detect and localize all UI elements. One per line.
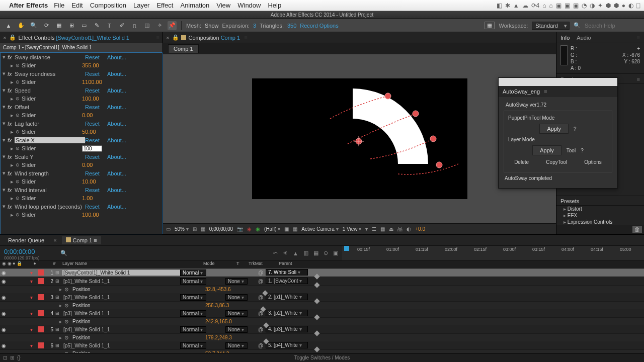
twirl-icon[interactable]: ▾ <box>30 327 36 332</box>
parent-dropdown[interactable]: 4. [p3]_White <box>266 326 308 332</box>
record-options-link[interactable]: Record Options <box>300 23 338 29</box>
layer-color-swatch[interactable] <box>38 269 44 276</box>
fast-preview-icon[interactable]: ▦ <box>380 226 385 232</box>
reset-link[interactable]: Reset <box>85 87 107 94</box>
hand-tool-icon[interactable]: ✋ <box>17 21 26 30</box>
trkmat-dropdown[interactable]: None <box>225 326 248 333</box>
shape-tool-icon[interactable]: ▭ <box>79 21 89 30</box>
effect-row[interactable]: ▾fx Offset Reset About... <box>1 103 162 111</box>
property-row[interactable]: ▸⊙ Position 179.2,249.3 <box>0 334 644 341</box>
zoom-tool-icon[interactable]: 🔍 <box>29 21 38 30</box>
pen-tool-icon[interactable]: ✎ <box>92 21 101 30</box>
effect-row[interactable]: ▾fx Wind loop period (seconds) Reset Abo… <box>1 202 162 211</box>
search-icon[interactable]: 🔍 <box>60 250 67 256</box>
region-icon[interactable]: ▣ <box>284 226 289 232</box>
tl-icon[interactable]: ⊙ <box>324 250 328 256</box>
current-time[interactable]: 0;00;00;00 <box>209 226 233 232</box>
twirl-icon[interactable]: ▾ <box>30 343 36 348</box>
close-icon[interactable]: × <box>53 237 56 243</box>
layer-row[interactable]: ◉ ▾ 5 ⊞ [p4]_White Solid 1_1 Normal None… <box>0 325 644 334</box>
slider-row[interactable]: ▸⊙ Slider 0.00 <box>1 161 162 169</box>
preset-item[interactable]: EFX <box>556 212 644 219</box>
twirl-icon[interactable]: ▾ <box>30 279 36 284</box>
mesh-show-toggle[interactable]: Show <box>205 23 219 29</box>
toggle-icon[interactable]: ⊡ <box>3 355 7 360</box>
layer-name[interactable]: [p3]_White Solid 1_1 <box>62 311 180 316</box>
about-link[interactable]: About... <box>107 71 126 77</box>
effect-row[interactable]: ▾fx Sway roundness Reset About... <box>1 69 162 78</box>
reset-link[interactable]: Reset <box>85 71 107 77</box>
slider-value[interactable]: 10.00 <box>82 178 96 185</box>
layer-name[interactable]: [p1]_White Solid 1_1 <box>62 279 180 284</box>
effect-row[interactable]: ▾fx Lag factor Reset About... <box>1 119 162 128</box>
layer-name[interactable]: [p2]_White Solid 1_1 <box>62 295 180 300</box>
menu-animation[interactable]: Animation <box>180 2 209 9</box>
type-tool-icon[interactable]: T <box>105 21 114 30</box>
about-link[interactable]: About... <box>107 154 126 160</box>
about-link[interactable]: About... <box>107 121 126 127</box>
layer-color-swatch[interactable] <box>38 294 44 300</box>
slider-row[interactable]: ▸⊙ Slider 1100.00 <box>1 78 162 86</box>
close-icon[interactable]: × <box>166 35 169 41</box>
twirl-icon[interactable]: ▾ <box>30 270 36 276</box>
panel-menu-icon[interactable]: ≡ <box>544 88 547 95</box>
lock-icon[interactable]: 🔒 <box>9 34 16 41</box>
lock-icon[interactable]: 🔒 <box>172 34 179 41</box>
menu-file[interactable]: File <box>54 2 64 9</box>
blend-mode-dropdown[interactable]: Normal <box>180 326 206 333</box>
slider-value[interactable]: 50.00 <box>82 129 96 135</box>
layer-row[interactable]: ◉ ▾ 3 ⊞ [p2]_White Solid 1_1 Normal None… <box>0 293 644 302</box>
transparency-icon[interactable]: ▦ <box>293 226 297 232</box>
pickwhip-icon[interactable]: @ <box>256 311 266 316</box>
layer-color-swatch[interactable] <box>38 310 44 316</box>
about-link[interactable]: About... <box>107 87 126 94</box>
effect-row[interactable]: ▾fx Sway distance Reset About... <box>1 53 162 61</box>
property-value[interactable]: 256.3,86.3 <box>205 303 229 308</box>
slider-value[interactable]: 1100.00 <box>82 79 102 85</box>
eraser-tool-icon[interactable]: ◫ <box>142 21 151 30</box>
reset-link[interactable]: Reset <box>85 137 107 143</box>
panel-menu-icon[interactable]: ≡ <box>637 35 640 41</box>
slider-row[interactable]: ▸⊙ Slider 50.00 <box>1 128 162 136</box>
slider-value[interactable]: 355.00 <box>82 62 99 68</box>
slider-row[interactable]: ▸⊙ Slider 100.00 <box>1 211 162 219</box>
presets-panel-header[interactable]: Presets <box>556 196 644 206</box>
about-link[interactable]: About... <box>107 104 126 110</box>
close-icon[interactable]: × <box>3 35 6 41</box>
tool-label[interactable]: Tool <box>567 148 576 153</box>
effect-name[interactable]: Lag factor <box>15 121 85 127</box>
property-value[interactable]: 179.2,249.3 <box>205 335 232 340</box>
menu-composition[interactable]: Composition <box>90 2 126 9</box>
slider-row[interactable]: ▸⊙ Slider 355.00 <box>1 61 162 69</box>
menu-effect[interactable]: Effect <box>156 2 173 9</box>
help-icon[interactable]: ? <box>574 126 577 132</box>
visibility-icon[interactable]: ◉ <box>0 279 7 284</box>
slider-row[interactable]: ▸⊙ Slider 1.00 <box>1 194 162 202</box>
property-row[interactable]: ▸⊙ Position 256.3,86.3 <box>0 302 644 309</box>
layer-color-swatch[interactable] <box>38 326 44 332</box>
time-ruler[interactable]: 00:15f01:00f01:15f02:00f02:15f03:00f03:1… <box>342 246 644 260</box>
selection-tool-icon[interactable]: ▲ <box>4 21 13 30</box>
effect-name[interactable]: Wind loop period (seconds) <box>15 204 85 210</box>
pixel-icon[interactable]: ☰ <box>372 226 376 232</box>
parent-dropdown[interactable]: 5. [p4]_White <box>266 342 308 348</box>
layer-name[interactable]: [p4]_White Solid 1_1 <box>62 327 180 332</box>
property-value[interactable]: 242.9,165.0 <box>205 319 232 324</box>
slider-value-input[interactable] <box>82 145 102 152</box>
puppet-tool-icon[interactable]: 📌 <box>168 21 177 30</box>
slider-row[interactable]: ▸⊙ Slider 0.00 <box>1 111 162 119</box>
slider-value[interactable]: 1.00 <box>82 195 93 201</box>
trash-icon[interactable]: 🗑 <box>632 226 642 233</box>
color-icon[interactable]: ◉ <box>256 226 260 232</box>
trkmat-dropdown[interactable]: None <box>225 294 248 301</box>
reset-link[interactable]: Reset <box>85 204 107 210</box>
camera-dropdown[interactable]: Active Camera <box>301 226 338 232</box>
resolution-dropdown[interactable]: (Half) <box>264 226 280 232</box>
property-value[interactable]: 32.8,-453.6 <box>205 287 231 292</box>
views-dropdown[interactable]: 1 View <box>343 226 362 232</box>
effect-row[interactable]: ▾fx Wind interval Reset About... <box>1 186 162 194</box>
effect-row[interactable]: ▾fx Speed Reset About... <box>1 86 162 95</box>
zoom-dropdown[interactable]: 50% <box>175 226 189 232</box>
slider-value[interactable]: 100.00 <box>82 96 99 102</box>
effect-name[interactable]: Wind interval <box>15 187 85 193</box>
